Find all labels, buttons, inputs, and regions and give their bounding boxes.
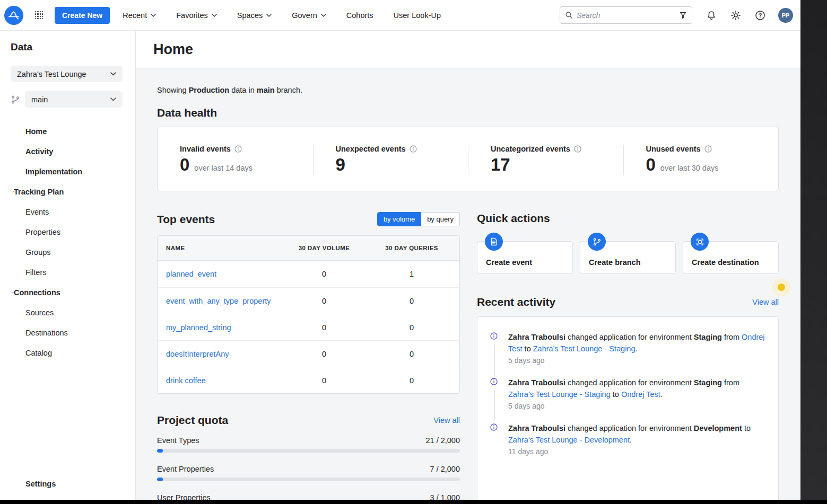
nav-item-cohorts[interactable]: Cohorts [346, 11, 373, 20]
info-icon[interactable] [234, 145, 242, 153]
amplitude-logo-icon[interactable] [4, 6, 23, 25]
page-header: Home [136, 31, 800, 68]
quota-progress-fill [157, 449, 163, 453]
chevron-down-icon [321, 14, 326, 17]
info-icon[interactable] [410, 145, 417, 153]
search-box[interactable] [560, 6, 692, 24]
activity-link[interactable]: Zahra's Test Lounge - Development [508, 436, 630, 444]
sidebar-item-label: Tracking Plan [14, 188, 64, 196]
nav-item-spaces[interactable]: Spaces [237, 11, 272, 20]
text-segment: to [611, 390, 621, 399]
bold-text: Staging [694, 378, 722, 387]
sidebar-item-events[interactable]: Events [0, 202, 135, 222]
sidebar-item-sources[interactable]: Sources [0, 303, 135, 323]
nav-item-user-look-up[interactable]: User Look-Up [394, 11, 441, 20]
table-body: planned_event01event_with_any_type_prope… [158, 261, 459, 393]
sidebar-item-label: Events [25, 208, 49, 216]
metric-unused-events: Unused events0over last 30 days [623, 145, 779, 175]
text-segment: changed application for environment [565, 378, 694, 387]
quick-action-create-event[interactable]: Create event [477, 241, 573, 274]
event-name-link[interactable]: doesItInterpretAny [166, 350, 284, 358]
quota-progress-bar [157, 449, 460, 453]
event-name-link[interactable]: event_with_any_type_property [166, 297, 284, 305]
bold-text: Zahra Traboulsi [508, 333, 565, 341]
info-icon[interactable] [574, 145, 581, 153]
branch-icon [588, 233, 606, 251]
project-quota-title: Project quota [157, 414, 228, 427]
text-segment: to [742, 424, 751, 432]
bold-text: Zahra Traboulsi [508, 378, 565, 387]
quick-action-create-destination[interactable]: Create destination [683, 241, 779, 274]
text-segment: to [523, 344, 533, 353]
cell-30-day-volume: 0 [284, 323, 364, 332]
info-icon [490, 378, 498, 385]
branch-selector[interactable]: main [25, 91, 123, 108]
toggle-by-query[interactable]: by query [421, 212, 460, 226]
event-name-link[interactable]: drink coffee [166, 376, 284, 385]
quota-value: 3 / 1,000 [430, 493, 460, 500]
sidebar-item-properties[interactable]: Properties [0, 222, 135, 242]
info-icon[interactable] [704, 145, 712, 153]
info-icon [490, 332, 498, 340]
quota-item-event-properties: Event Properties7 / 2,000 [157, 465, 460, 481]
sidebar-item-connections[interactable]: Connections [0, 282, 135, 303]
activity-link[interactable]: Zahra's Test Lounge - Staging [508, 390, 611, 399]
main-content: Home Showing Production data in main bra… [136, 31, 800, 500]
sidebar-item-home[interactable]: Home [0, 121, 135, 142]
column-header-30-day-queries[interactable]: 30 DAY QUERIES [364, 245, 459, 251]
sidebar-item-groups[interactable]: Groups [0, 242, 135, 262]
activity-link[interactable]: Zahra's Test Lounge - Staging [533, 344, 636, 353]
text-segment: from [722, 378, 739, 387]
bold-text: main [257, 86, 275, 94]
quick-action-create-branch[interactable]: Create branch [580, 241, 676, 274]
help-icon[interactable]: ? [755, 10, 765, 21]
sidebar-item-label: Home [25, 127, 47, 136]
project-selector[interactable]: Zahra's Test Lounge [11, 66, 123, 82]
metric-value: 0 [180, 155, 189, 175]
chevron-down-icon [212, 14, 217, 17]
activity-timestamp: 5 days ago [508, 356, 765, 365]
metric-value: 17 [491, 155, 510, 175]
settings-gear-icon[interactable] [730, 10, 741, 21]
sidebar-item-tracking-plan[interactable]: Tracking Plan [0, 182, 135, 202]
nav-item-govern[interactable]: Govern [292, 11, 326, 20]
event-name-link[interactable]: my_planned_string [166, 323, 284, 332]
filter-funnel-icon[interactable] [679, 11, 687, 19]
sidebar-item-filters[interactable]: Filters [0, 262, 135, 282]
top-events-table: NAME30 DAY VOLUME30 DAY QUERIES planned_… [157, 235, 460, 394]
notifications-bell-icon[interactable] [706, 10, 717, 21]
apps-grid-icon[interactable] [35, 11, 43, 19]
page-title: Home [153, 41, 193, 58]
create-new-button[interactable]: Create New [55, 7, 110, 24]
activity-view-all-link[interactable]: View all [752, 298, 779, 306]
activity-timestamp: 5 days ago [508, 402, 765, 410]
chevron-down-icon [110, 72, 116, 76]
nav-item-label: Recent [123, 11, 147, 20]
text-segment: branch. [275, 86, 302, 94]
nav-item-favorites[interactable]: Favorites [176, 11, 217, 20]
column-header-name[interactable]: NAME [166, 245, 284, 251]
sidebar-item-catalog[interactable]: Catalog [0, 343, 135, 363]
table-row: planned_event01 [158, 261, 459, 287]
screen-bottom-edge [0, 500, 827, 504]
user-avatar[interactable]: PP [778, 8, 793, 23]
activity-link[interactable]: Ondrej Test [621, 390, 660, 399]
sidebar-item-implementation[interactable]: Implementation [0, 162, 135, 182]
search-input[interactable] [577, 11, 679, 20]
top-events-toggle: by volumeby query [377, 212, 460, 226]
event-name-link[interactable]: planned_event [166, 270, 284, 278]
sidebar-item-destinations[interactable]: Destinations [0, 323, 135, 343]
activity-text: Zahra Traboulsi changed application for … [508, 331, 765, 355]
sidebar: Data Zahra's Test Lounge main HomeActivi… [0, 31, 136, 500]
right-column: Quick actions Create eventCreate branchC… [477, 212, 779, 500]
nav-item-recent[interactable]: Recent [123, 11, 156, 20]
quota-value: 7 / 2,000 [430, 465, 460, 473]
chevron-down-icon [0, 291, 14, 294]
cell-30-day-volume: 0 [284, 270, 364, 278]
sidebar-item-settings[interactable]: Settings [25, 480, 56, 488]
sidebar-item-activity[interactable]: Activity [0, 142, 135, 162]
bold-text: Development [694, 424, 742, 432]
toggle-by-volume[interactable]: by volume [377, 212, 421, 226]
quota-view-all-link[interactable]: View all [433, 416, 460, 425]
column-header-30-day-volume[interactable]: 30 DAY VOLUME [284, 245, 364, 251]
